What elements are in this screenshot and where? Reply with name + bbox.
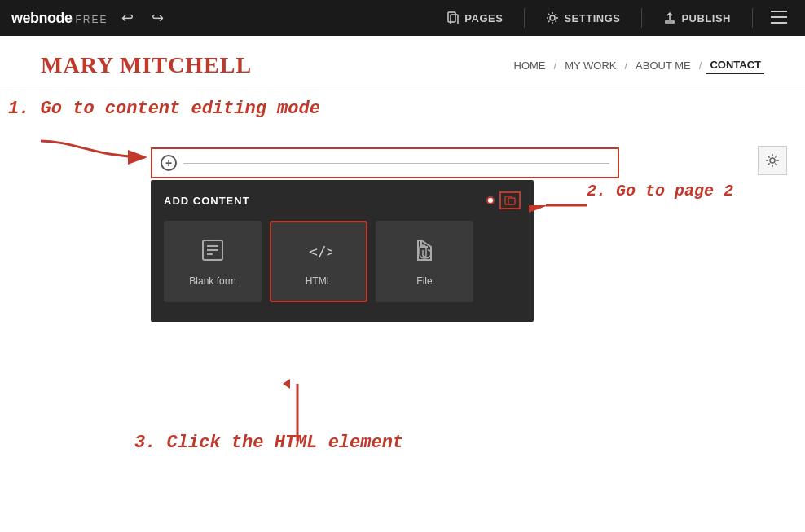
blank-form-icon <box>200 237 226 269</box>
redo-button[interactable]: ↪ <box>147 6 169 30</box>
hamburger-button[interactable] <box>764 6 794 31</box>
content-bar-line <box>183 163 609 164</box>
page-2-icon[interactable] <box>499 191 521 209</box>
navbar: webnodeFREE ↩ ↪ PAGES SETTINGS PUBLISH <box>0 0 805 36</box>
brand: webnodeFREE <box>11 10 108 27</box>
svg-text:</>: </> <box>309 243 332 260</box>
hamburger-icon <box>771 11 787 24</box>
page-2-svg <box>504 196 516 205</box>
page-indicator <box>486 191 521 209</box>
undo-button[interactable]: ↩ <box>117 6 139 30</box>
page-header: MARY MITCHELL HOME / MY WORK / ABOUT ME … <box>0 36 805 90</box>
add-content-panel: ADD CONTENT <box>151 180 534 322</box>
logo: webnodeFREE <box>11 10 108 27</box>
panel-title: ADD CONTENT <box>164 195 250 207</box>
blank-form-item[interactable]: Blank form <box>164 221 262 302</box>
instruction-1: 1. Go to content editing mode <box>8 99 320 119</box>
publish-icon <box>663 11 676 24</box>
panel-header: ADD CONTENT <box>164 191 521 209</box>
arrow-1 <box>24 133 155 177</box>
arrow-2-svg <box>542 193 591 218</box>
content-items: Blank form </> HTML <box>164 221 521 302</box>
svg-rect-3 <box>771 11 787 12</box>
svg-rect-5 <box>771 22 787 24</box>
add-content-plus[interactable]: + <box>161 155 177 171</box>
nav-divider-1 <box>524 8 525 28</box>
pages-button[interactable]: PAGES <box>437 8 512 28</box>
nav-mywork[interactable]: MY WORK <box>561 58 619 73</box>
arrow-1-svg <box>24 133 155 174</box>
main-area: 1. Go to content editing mode + ADD CONT… <box>0 90 805 498</box>
nav-contact[interactable]: CONTACT <box>706 57 764 74</box>
instruction-3: 3. Click the HTML element <box>134 433 403 453</box>
svg-point-2 <box>550 15 555 20</box>
settings-button[interactable]: SETTINGS <box>536 8 630 28</box>
svg-point-7 <box>770 158 775 163</box>
page-dot-1 <box>486 196 495 204</box>
svg-rect-0 <box>448 12 455 22</box>
settings-icon <box>546 11 559 24</box>
site-title: MARY MITCHELL <box>41 52 252 78</box>
nav-aboutme[interactable]: ABOUT ME <box>632 58 694 73</box>
file-label: File <box>416 275 432 287</box>
instruction-2: 2. Go to page 2 <box>587 182 733 200</box>
svg-rect-4 <box>771 16 787 18</box>
blank-form-label: Blank form <box>189 275 235 287</box>
gear-button[interactable] <box>758 146 787 175</box>
file-icon <box>411 237 438 269</box>
nav-links: HOME / MY WORK / ABOUT ME / CONTACT <box>511 57 764 74</box>
gear-icon <box>765 153 780 168</box>
file-item[interactable]: File <box>376 221 473 302</box>
nav-divider-2 <box>641 8 642 28</box>
html-item[interactable]: </> HTML <box>270 221 367 302</box>
publish-button[interactable]: PUBLISH <box>653 8 741 28</box>
pages-icon <box>446 11 460 24</box>
html-icon: </> <box>306 237 332 269</box>
nav-home[interactable]: HOME <box>511 58 549 73</box>
content-bar[interactable]: + <box>151 147 619 178</box>
html-label: HTML <box>306 275 332 287</box>
arrow-2 <box>542 193 591 221</box>
svg-rect-1 <box>451 15 458 24</box>
nav-divider-3 <box>752 8 753 28</box>
svg-rect-9 <box>508 198 515 204</box>
